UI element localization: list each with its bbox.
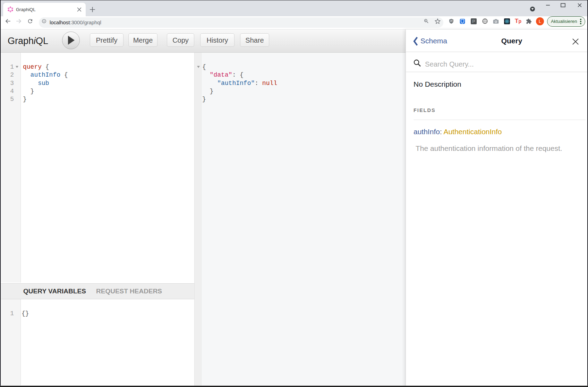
svg-text:uO: uO [450, 20, 452, 22]
